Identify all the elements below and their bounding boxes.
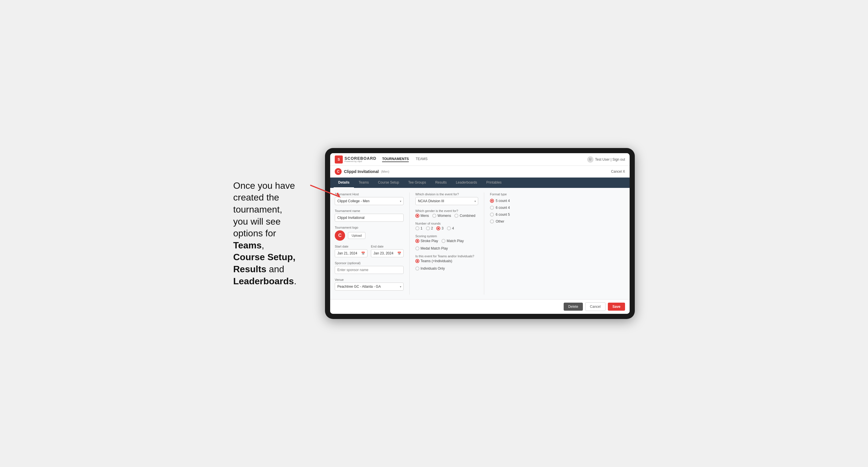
nav-teams[interactable]: TEAMS [416, 157, 427, 162]
format-other-radio[interactable] [490, 219, 494, 223]
gender-radio-group: Mens Womens Combined [415, 214, 478, 218]
tab-leaderboards[interactable]: Leaderboards [451, 178, 482, 188]
venue-field-group: Venue Peachtree GC - Atlanta - GA [335, 278, 404, 290]
tab-course-setup[interactable]: Course Setup [373, 178, 404, 188]
arrow-indicator [308, 182, 342, 200]
start-date-label: Start date [335, 245, 368, 248]
gender-field-group: Which gender is the event for? Mens Wome… [415, 209, 478, 218]
rounds-1-radio[interactable] [415, 226, 420, 230]
user-label[interactable]: Test User | Sign out [595, 157, 625, 161]
tab-tee-groups[interactable]: Tee Groups [404, 178, 431, 188]
sponsor-field-group: Sponsor (optional) [335, 261, 404, 274]
logo-field-group: Tournament logo C Upload [335, 226, 404, 241]
logo-upload-area: C Upload [335, 230, 404, 241]
gender-mens-radio[interactable] [415, 214, 420, 218]
rounds-2-radio[interactable] [426, 226, 430, 230]
gender-combined[interactable]: Combined [454, 214, 475, 218]
cancel-button[interactable]: Cancel [585, 302, 606, 311]
scoring-medal-radio[interactable] [415, 246, 420, 250]
division-select[interactable]: NCAA Division III [415, 197, 478, 205]
scoring-radio-group: Stroke Play Match Play Medal Match Play [415, 239, 478, 250]
top-bar: S SCOREBOARD Powered by clipd TOURNAMENT… [330, 153, 630, 166]
tournament-badge: (Men) [381, 170, 389, 173]
start-date-group: Start date [335, 245, 368, 257]
scoring-label: Scoring system [415, 235, 478, 238]
scoring-medal-match[interactable]: Medal Match Play [415, 246, 448, 250]
avatar: U [587, 156, 593, 163]
rounds-2[interactable]: 2 [426, 226, 433, 230]
host-select[interactable]: Clippd College - Men [335, 197, 404, 205]
scoring-match-radio[interactable] [441, 239, 445, 243]
scoring-match[interactable]: Match Play [441, 239, 464, 243]
format-6count4-radio[interactable] [490, 206, 494, 210]
gender-label: Which gender is the event for? [415, 209, 478, 213]
host-field-group: Tournament Host Clippd College - Men [335, 192, 404, 205]
end-date-label: End date [371, 245, 404, 248]
format-5count4[interactable]: 5 count 4 [490, 199, 625, 203]
individuals-only-radio[interactable] [415, 267, 420, 271]
sidebar-description: Once you have created the tournament, yo… [233, 180, 313, 287]
name-input[interactable] [335, 214, 404, 222]
delete-button[interactable]: Delete [564, 303, 583, 311]
save-button[interactable]: Save [608, 303, 625, 311]
format-6count5[interactable]: 6 count 5 [490, 213, 625, 217]
tab-bar: Details Teams Course Setup Tee Groups Re… [330, 178, 630, 188]
rounds-4[interactable]: 4 [447, 226, 454, 230]
tournament-header: C Clippd Invitational (Men) Cancel X [330, 166, 630, 178]
main-content: Tournament Host Clippd College - Men Tou… [330, 188, 630, 299]
rounds-field-group: Number of rounds 1 2 [415, 222, 478, 230]
rounds-3[interactable]: 3 [436, 226, 443, 230]
name-label: Tournament name [335, 209, 404, 213]
upload-button[interactable]: Upload [348, 232, 366, 239]
rounds-radio-group: 1 2 3 4 [415, 226, 478, 230]
top-navigation: TOURNAMENTS TEAMS [382, 157, 427, 162]
teams-radio-group: Teams (+Individuals) Individuals Only [415, 259, 478, 271]
scoring-stroke-radio[interactable] [415, 239, 420, 243]
sponsor-input[interactable] [335, 266, 404, 274]
cancel-button-header[interactable]: Cancel X [611, 169, 625, 174]
nav-tournaments[interactable]: TOURNAMENTS [382, 157, 409, 162]
rounds-4-radio[interactable] [447, 226, 451, 230]
gender-combined-radio[interactable] [454, 214, 458, 218]
tablet-screen: S SCOREBOARD Powered by clipd TOURNAMENT… [330, 153, 630, 314]
tablet-device: S SCOREBOARD Powered by clipd TOURNAMENT… [325, 148, 635, 319]
venue-select[interactable]: Peachtree GC - Atlanta - GA [335, 283, 404, 290]
end-date-input[interactable] [371, 249, 404, 257]
start-date-input[interactable] [335, 249, 368, 257]
logo-label: Tournament logo [335, 226, 404, 229]
format-other[interactable]: Other [490, 219, 625, 223]
tab-teams[interactable]: Teams [354, 178, 373, 188]
user-area: U Test User | Sign out [587, 156, 625, 163]
teams-label: Is this event for Teams and/or Individua… [415, 254, 478, 258]
middle-column: Which division is the event for? NCAA Di… [409, 192, 484, 294]
gender-womens-radio[interactable] [432, 214, 436, 218]
format-6count5-radio[interactable] [490, 213, 494, 217]
left-column: Tournament Host Clippd College - Men Tou… [335, 192, 409, 294]
format-5count4-radio[interactable] [490, 199, 494, 203]
format-6count4[interactable]: 6 count 4 [490, 206, 625, 210]
scoring-stroke[interactable]: Stroke Play [415, 239, 438, 243]
gender-womens[interactable]: Womens [432, 214, 451, 218]
tournament-logo-icon: C [335, 168, 342, 175]
sponsor-label: Sponsor (optional) [335, 261, 404, 265]
tournament-title-area: C Clippd Invitational (Men) [335, 168, 389, 175]
logo-area: S SCOREBOARD Powered by clipd [335, 155, 376, 163]
division-label: Which division is the event for? [415, 192, 478, 196]
teams-plus-individuals[interactable]: Teams (+Individuals) [415, 259, 452, 263]
logo-preview: C [335, 230, 345, 241]
tab-results[interactable]: Results [431, 178, 451, 188]
venue-label: Venue [335, 278, 404, 281]
scoring-field-group: Scoring system Stroke Play Match Play [415, 235, 478, 250]
rounds-1[interactable]: 1 [415, 226, 423, 230]
dates-row: Start date End date [335, 245, 404, 261]
rounds-3-radio[interactable] [436, 226, 440, 230]
teams-plus-radio[interactable] [415, 259, 420, 263]
gender-mens[interactable]: Mens [415, 214, 429, 218]
logo-icon: S [335, 155, 343, 163]
footer-bar: Delete Cancel Save [330, 299, 630, 314]
individuals-only[interactable]: Individuals Only [415, 267, 445, 271]
division-field-group: Which division is the event for? NCAA Di… [415, 192, 478, 205]
teams-field-group: Is this event for Teams and/or Individua… [415, 254, 478, 271]
tab-printables[interactable]: Printables [482, 178, 506, 188]
end-date-group: End date [371, 245, 404, 257]
